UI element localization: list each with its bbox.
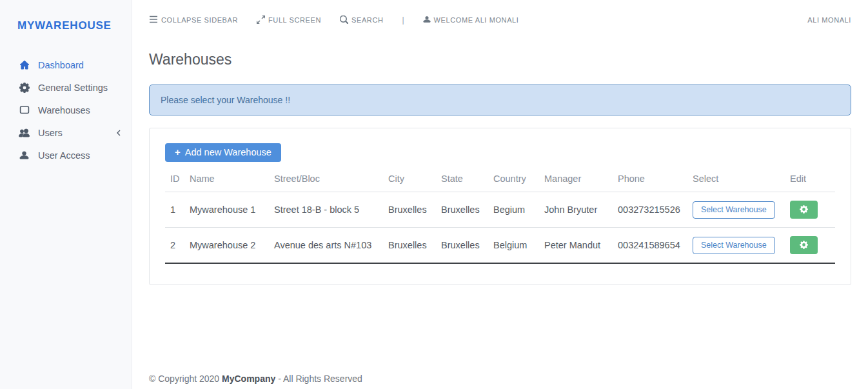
cell-country: Belgium (488, 228, 539, 264)
header-country: Country (488, 168, 539, 192)
collapse-sidebar-label: COLLAPSE SIDEBAR (161, 16, 238, 24)
footer: © Copyright 2020 MyCompany - All Rights … (132, 374, 868, 384)
header-phone: Phone (613, 168, 687, 192)
cell-city: Bruxelles (383, 192, 436, 228)
cell-street: Street 18-B - block 5 (269, 192, 383, 228)
select-warehouse-button[interactable]: Select Warehouse (693, 201, 775, 219)
company-name: MyCompany (222, 374, 275, 384)
sidebar-item-warehouses[interactable]: Warehouses (0, 99, 132, 121)
cell-phone: 003273215526 (613, 192, 687, 228)
header-manager: Manager (539, 168, 613, 192)
sidebar: MYWAREHOUSE Dashboard General Settings W… (0, 0, 132, 389)
sidebar-item-label: Users (38, 128, 63, 138)
main-area: COLLAPSE SIDEBAR FULL SCREEN SEARCH | WE… (132, 0, 868, 389)
sidebar-item-label: General Settings (38, 83, 108, 93)
cell-state: Bruxelles (436, 228, 488, 264)
sidebar-item-general-settings[interactable]: General Settings (0, 76, 132, 99)
plus-icon: + (175, 146, 181, 158)
fullscreen-button[interactable]: FULL SCREEN (257, 15, 321, 25)
copyright-prefix: © Copyright 2020 (149, 374, 222, 384)
cell-id: 1 (165, 192, 184, 228)
header-street: Street/Bloc (269, 168, 383, 192)
username-menu[interactable]: ALI MONALI (807, 16, 851, 24)
alert-banner: Please select your Warehouse !! (149, 85, 851, 115)
cell-edit (785, 228, 835, 264)
table-row: 1 Mywarehouse 1 Street 18-B - block 5 Br… (165, 192, 835, 228)
sidebar-item-dashboard[interactable]: Dashboard (0, 54, 132, 76)
page-content: Warehouses Please select your Warehouse … (132, 40, 868, 285)
cell-id: 2 (165, 228, 184, 264)
cell-state: Bruxelles (436, 192, 488, 228)
chevron-left-icon (116, 129, 121, 137)
sidebar-item-users[interactable]: Users (0, 121, 132, 144)
cell-select: Select Warehouse (687, 192, 785, 228)
table-row: 2 Mywarehouse 2 Avenue des arts N#103 Br… (165, 228, 835, 264)
edit-warehouse-button[interactable] (790, 201, 818, 219)
fullscreen-label: FULL SCREEN (268, 16, 321, 24)
sidebar-item-label: Dashboard (38, 60, 84, 70)
welcome-label: WELCOME ALI MONALI (434, 16, 519, 24)
page-title: Warehouses (149, 50, 851, 68)
cell-street: Avenue des arts N#103 (269, 228, 383, 264)
cell-select: Select Warehouse (687, 228, 785, 264)
edit-warehouse-button[interactable] (790, 236, 818, 254)
header-state: State (436, 168, 488, 192)
gear-icon (19, 82, 30, 93)
sidebar-item-label: Warehouses (38, 105, 90, 115)
search-button[interactable]: SEARCH (340, 15, 383, 25)
cell-phone: 003241589654 (613, 228, 687, 264)
add-warehouse-label: Add new Warehouse (185, 146, 271, 158)
hamburger-icon (149, 15, 158, 25)
warehouses-table: ID Name Street/Bloc City State Country M… (165, 168, 835, 264)
cell-edit (785, 192, 835, 228)
cell-city: Bruxelles (383, 228, 436, 264)
app-logo[interactable]: MYWAREHOUSE (0, 0, 132, 32)
topbar: COLLAPSE SIDEBAR FULL SCREEN SEARCH | WE… (132, 0, 868, 40)
users-icon (19, 127, 30, 138)
cell-name: Mywarehouse 2 (184, 228, 269, 264)
select-warehouse-button[interactable]: Select Warehouse (693, 237, 775, 254)
collapse-sidebar-button[interactable]: COLLAPSE SIDEBAR (149, 15, 238, 25)
header-name: Name (184, 168, 269, 192)
warehouses-card: + Add new Warehouse ID Name Street/Bloc … (149, 128, 851, 285)
expand-arrows-icon (257, 15, 265, 25)
person-icon (423, 15, 431, 25)
sidebar-nav: Dashboard General Settings Warehouses Us… (0, 54, 132, 166)
table-header-row: ID Name Street/Bloc City State Country M… (165, 168, 835, 192)
gear-icon (800, 205, 808, 215)
cell-name: Mywarehouse 1 (184, 192, 269, 228)
warehouse-icon (19, 105, 30, 115)
welcome-user-menu[interactable]: WELCOME ALI MONALI (423, 15, 519, 25)
add-warehouse-button[interactable]: + Add new Warehouse (165, 143, 281, 162)
search-label: SEARCH (351, 16, 383, 24)
copyright-suffix: - All Rights Reserved (275, 374, 362, 384)
header-select: Select (687, 168, 785, 192)
sidebar-item-label: User Access (38, 150, 90, 161)
header-id: ID (165, 168, 184, 192)
user-icon (19, 150, 30, 161)
header-edit: Edit (785, 168, 835, 192)
cell-country: Begium (488, 192, 539, 228)
cell-manager: John Bryuter (539, 192, 613, 228)
gear-icon (800, 241, 808, 251)
cell-manager: Peter Mandut (539, 228, 613, 264)
sidebar-item-user-access[interactable]: User Access (0, 144, 132, 166)
header-city: City (383, 168, 436, 192)
home-icon (19, 59, 30, 70)
topbar-divider: | (402, 15, 404, 25)
search-icon (340, 15, 348, 25)
